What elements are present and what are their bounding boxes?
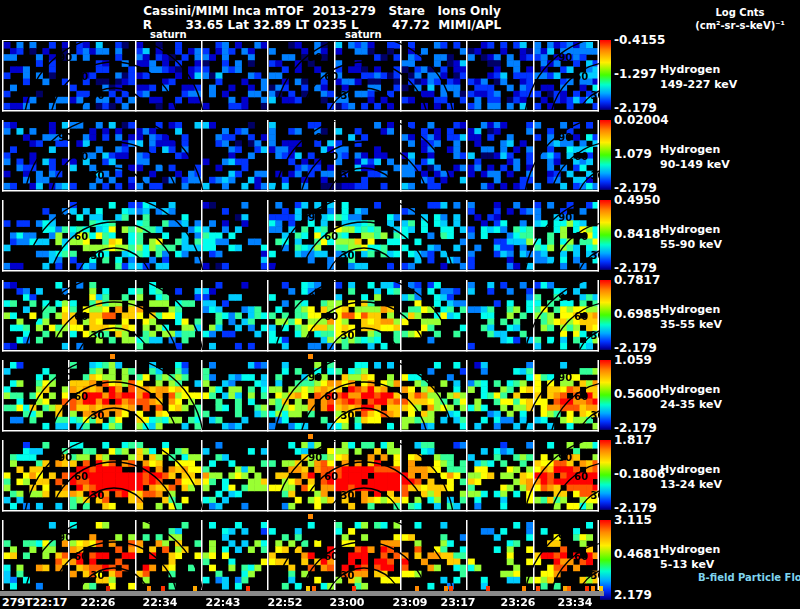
- timeline-marker: [536, 586, 540, 591]
- cassini-mimi-inca-plot: Cassini/MIMI Inca mTOF 2013-279 Stare Io…: [0, 0, 800, 609]
- time-axis-label: 23:09: [392, 596, 427, 609]
- timeline-marker: [352, 586, 356, 591]
- colorbar: [600, 120, 611, 190]
- timeline-marker: [415, 586, 419, 591]
- spectrogram-grid: [2, 40, 599, 590]
- units-line1: Log Cnts: [684, 6, 796, 19]
- timeline-marker: [444, 586, 448, 591]
- timeline-marker: [306, 586, 310, 591]
- time-axis-label: 23:26: [500, 596, 535, 609]
- timeline-marker: [599, 586, 603, 591]
- colorbar-mid-label: 1.079: [614, 147, 652, 161]
- time-axis-label: 22:43: [205, 596, 240, 609]
- timeline-marker: [567, 586, 571, 591]
- colorbar: [600, 40, 611, 110]
- row-energy-label: 13-24 keV: [660, 478, 722, 491]
- timeline-marker: [486, 586, 490, 591]
- timeline-marker: [106, 586, 110, 591]
- colorbar-max-label: -0.4155: [614, 33, 665, 47]
- time-axis-label: 23:34: [557, 596, 592, 609]
- trajectory-subtitle: R 33.65 Lat 32.89 LT 0235 L 47.72 MIMI/A…: [0, 18, 644, 32]
- colorbar-mid-label: -1.297: [614, 67, 657, 81]
- timeline-marker: [585, 586, 589, 591]
- row-species-label: Hydrogen: [660, 303, 720, 316]
- time-axis-label: 23:00: [329, 596, 364, 609]
- row-energy-label: 55-90 keV: [660, 238, 722, 251]
- time-axis-label: 22:52: [267, 596, 302, 609]
- colorbar-max-label: 1.059: [614, 353, 652, 367]
- units-line2: (cm²-sr-s-keV)⁻¹: [684, 19, 796, 32]
- colorbar: [600, 360, 611, 430]
- row-species-label: Hydrogen: [660, 543, 720, 556]
- colorbar-max-label: 0.02004: [614, 113, 669, 127]
- colorbar: [600, 200, 611, 270]
- saturn-annotation: saturn: [150, 29, 187, 40]
- colorbar-max-label: 3.115: [614, 513, 652, 527]
- colorbar-mid-label: 0.6985: [614, 307, 660, 321]
- colorbar-mid-label: 0.5600: [614, 387, 660, 401]
- saturn-annotation: saturn: [345, 29, 382, 40]
- time-axis-label: 22:26: [80, 596, 115, 609]
- row-species-label: Hydrogen: [660, 143, 720, 156]
- timeline-marker: [161, 586, 165, 591]
- row-energy-label: 5-13 keV: [660, 558, 714, 571]
- colorbar-units-label: Log Cnts (cm²-sr-s-keV)⁻¹: [684, 6, 796, 32]
- colorbar-max-label: 0.4950: [614, 193, 660, 207]
- time-axis-label: 279T22:17: [2, 596, 67, 609]
- timeline-marker: [193, 586, 197, 591]
- timeline-marker: [246, 586, 250, 591]
- colorbar: [600, 280, 611, 350]
- colorbar: [600, 440, 611, 510]
- colorbar-mid-label: 0.4681: [614, 547, 660, 561]
- timeline-marker: [591, 586, 595, 591]
- time-axis-label: 23:17: [440, 596, 475, 609]
- colorbar-max-label: 0.7817: [614, 273, 660, 287]
- row-species-label: Hydrogen: [660, 223, 720, 236]
- row-energy-label: 24-35 keV: [660, 398, 722, 411]
- colorbar-mid-label: -0.1806: [614, 467, 665, 481]
- row-energy-label: 149-227 keV: [660, 78, 737, 91]
- row-species-label: Hydrogen: [660, 463, 720, 476]
- timeline-marker: [449, 586, 453, 591]
- timeline-marker: [522, 586, 526, 591]
- colorbar-max-label: 1.817: [614, 433, 652, 447]
- colorbar-min-label: 2.179: [614, 588, 652, 602]
- bfield-flow-label: B-field Particle Flow: [698, 572, 800, 583]
- row-energy-label: 90-149 keV: [660, 158, 730, 171]
- colorbar-mid-label: 0.8418: [614, 227, 660, 241]
- timeline-marker: [312, 586, 316, 591]
- page-title: Cassini/MIMI Inca mTOF 2013-279 Stare Io…: [0, 4, 644, 18]
- row-species-label: Hydrogen: [660, 63, 720, 76]
- time-axis-label: 22:34: [142, 596, 177, 609]
- timeline-marker: [147, 586, 151, 591]
- row-energy-label: 35-55 keV: [660, 318, 722, 331]
- row-species-label: Hydrogen: [660, 383, 720, 396]
